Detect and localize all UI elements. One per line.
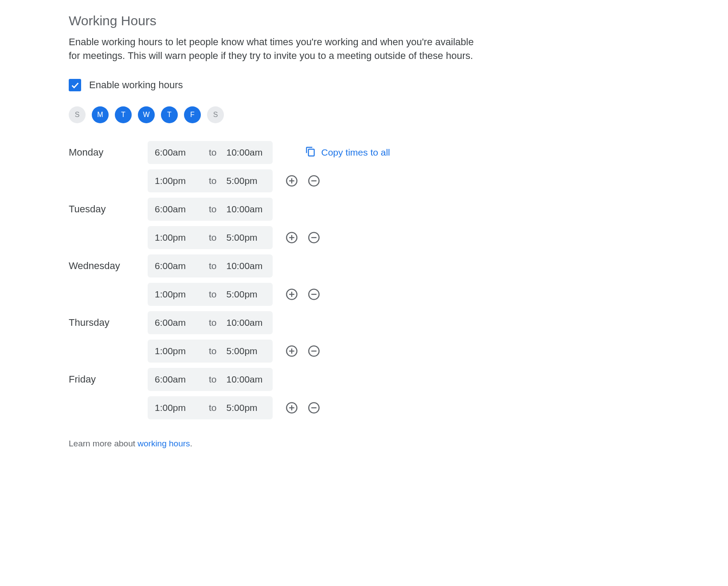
start-time-input[interactable]: 6:00am (155, 374, 199, 385)
day-label: Tuesday (69, 203, 148, 215)
svg-rect-0 (308, 149, 314, 156)
day-block-monday: Monday6:00amto10:00amCopy times to all1:… (69, 141, 728, 198)
time-range-pill: 1:00pmto5:00pm (148, 283, 273, 306)
time-range-pill: 6:00amto10:00am (148, 311, 273, 334)
start-time-input[interactable]: 6:00am (155, 261, 199, 271)
working-hours-link[interactable]: working hours (137, 439, 190, 448)
time-range-actions (285, 231, 321, 244)
time-range-pill: 1:00pmto5:00pm (148, 226, 273, 249)
footer-suffix: . (190, 439, 192, 448)
day-label: Monday (69, 147, 148, 158)
time-row: Monday6:00amto10:00amCopy times to all (69, 141, 728, 164)
remove-time-range-button[interactable] (307, 174, 321, 188)
day-pill-5[interactable]: F (184, 106, 201, 123)
end-time-input[interactable]: 5:00pm (227, 402, 266, 413)
start-time-input[interactable]: 1:00pm (155, 176, 199, 186)
day-label: Thursday (69, 317, 148, 328)
time-row: Wednesday6:00amto10:00am (69, 254, 728, 277)
day-label: Friday (69, 374, 148, 385)
time-range-pill: 1:00pmto5:00pm (148, 340, 273, 363)
time-separator: to (209, 346, 217, 356)
day-pill-6[interactable]: S (207, 106, 224, 123)
end-time-input[interactable]: 10:00am (227, 374, 266, 385)
day-label: Wednesday (69, 260, 148, 272)
time-range-actions (285, 174, 321, 188)
time-separator: to (209, 176, 217, 186)
time-separator: to (209, 402, 217, 413)
end-time-input[interactable]: 5:00pm (227, 289, 266, 300)
time-range-actions (285, 288, 321, 301)
start-time-input[interactable]: 6:00am (155, 147, 199, 158)
time-range-actions (285, 344, 321, 358)
end-time-input[interactable]: 5:00pm (227, 346, 266, 356)
start-time-input[interactable]: 1:00pm (155, 346, 199, 356)
footer-prefix: Learn more about (69, 439, 137, 448)
add-time-range-button[interactable] (285, 174, 298, 188)
time-range-pill: 6:00amto10:00am (148, 368, 273, 391)
copy-icon (305, 145, 316, 159)
time-range-pill: 6:00amto10:00am (148, 198, 273, 221)
time-range-pill: 1:00pmto5:00pm (148, 169, 273, 192)
minus-circle-icon (308, 288, 320, 301)
time-row: 1:00pmto5:00pm (69, 226, 728, 249)
remove-time-range-button[interactable] (307, 288, 321, 301)
add-time-range-button[interactable] (285, 401, 298, 414)
enable-working-hours-checkbox[interactable] (69, 79, 81, 91)
remove-time-range-button[interactable] (307, 401, 321, 414)
time-row: 1:00pmto5:00pm (69, 396, 728, 419)
end-time-input[interactable]: 10:00am (227, 261, 266, 271)
learn-more-footer: Learn more about working hours. (69, 439, 728, 449)
day-pill-3[interactable]: W (138, 106, 155, 123)
start-time-input[interactable]: 1:00pm (155, 289, 199, 300)
start-time-input[interactable]: 1:00pm (155, 402, 199, 413)
time-separator: to (209, 204, 217, 215)
time-separator: to (209, 232, 217, 243)
plus-circle-icon (286, 402, 298, 414)
minus-circle-icon (308, 175, 320, 187)
time-row: 1:00pmto5:00pm (69, 169, 728, 192)
time-separator: to (209, 147, 217, 158)
end-time-input[interactable]: 5:00pm (227, 176, 266, 186)
day-of-week-selector: SMTWTFS (69, 106, 728, 123)
time-range-pill: 6:00amto10:00am (148, 254, 273, 277)
add-time-range-button[interactable] (285, 231, 298, 244)
day-pill-1[interactable]: M (92, 106, 109, 123)
time-separator: to (209, 374, 217, 385)
copy-times-to-all-button[interactable]: Copy times to all (305, 145, 390, 159)
page-title: Working Hours (69, 13, 728, 28)
add-time-range-button[interactable] (285, 288, 298, 301)
day-pill-4[interactable]: T (161, 106, 178, 123)
time-separator: to (209, 289, 217, 300)
plus-circle-icon (286, 288, 298, 301)
day-pill-0[interactable]: S (69, 106, 86, 123)
add-time-range-button[interactable] (285, 344, 298, 358)
end-time-input[interactable]: 5:00pm (227, 232, 266, 243)
time-separator: to (209, 261, 217, 271)
time-row: Friday6:00amto10:00am (69, 368, 728, 391)
remove-time-range-button[interactable] (307, 344, 321, 358)
start-time-input[interactable]: 6:00am (155, 204, 199, 215)
time-row: Tuesday6:00amto10:00am (69, 198, 728, 221)
checkmark-icon (70, 80, 80, 90)
day-pill-2[interactable]: T (115, 106, 132, 123)
plus-circle-icon (286, 175, 298, 187)
day-block-tuesday: Tuesday6:00amto10:00am1:00pmto5:00pm (69, 198, 728, 254)
start-time-input[interactable]: 1:00pm (155, 232, 199, 243)
time-range-pill: 6:00amto10:00am (148, 141, 273, 164)
day-block-thursday: Thursday6:00amto10:00am1:00pmto5:00pm (69, 311, 728, 368)
time-separator: to (209, 317, 217, 328)
start-time-input[interactable]: 6:00am (155, 317, 199, 328)
remove-time-range-button[interactable] (307, 231, 321, 244)
minus-circle-icon (308, 402, 320, 414)
end-time-input[interactable]: 10:00am (227, 147, 266, 158)
working-hours-schedule: Monday6:00amto10:00amCopy times to all1:… (69, 141, 728, 425)
end-time-input[interactable]: 10:00am (227, 317, 266, 328)
page-description: Enable working hours to let people know … (69, 35, 477, 63)
minus-circle-icon (308, 231, 320, 244)
end-time-input[interactable]: 10:00am (227, 204, 266, 215)
plus-circle-icon (286, 345, 298, 357)
minus-circle-icon (308, 345, 320, 357)
plus-circle-icon (286, 231, 298, 244)
enable-working-hours-row: Enable working hours (69, 79, 728, 91)
day-block-friday: Friday6:00amto10:00am1:00pmto5:00pm (69, 368, 728, 425)
